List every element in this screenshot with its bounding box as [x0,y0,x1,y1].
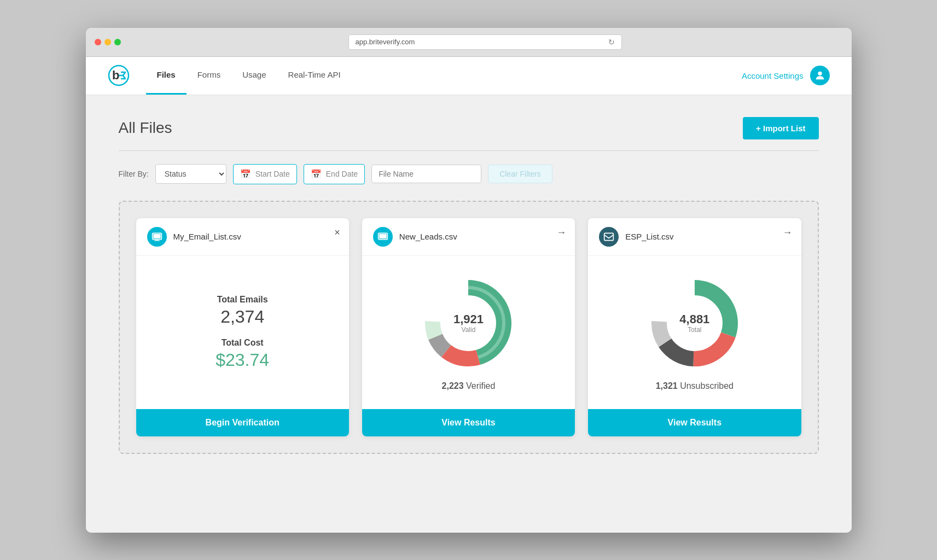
nav-realtime-api[interactable]: Real-Time API [277,56,352,95]
nav-usage[interactable]: Usage [231,56,277,95]
dot-close[interactable] [95,39,101,45]
dot-maximize[interactable] [114,39,121,45]
card-arrow-icon-2[interactable]: → [556,227,566,238]
file-name-filter[interactable] [371,165,481,183]
svg-text:b: b [112,68,119,82]
verified-label-3: 1,321 Unsubscribed [656,381,734,391]
donut-label-3: Total [679,326,709,334]
start-date-label: Start Date [255,170,290,178]
card-esp-list: ESP_List.csv → [588,218,801,436]
svg-rect-4 [153,234,160,238]
total-emails-value: 2,374 [220,307,264,327]
verified-count-2: 2,223 [442,381,464,390]
donut-center-3: 4,881 Total [679,312,709,333]
card-arrow-icon-3[interactable]: → [783,227,793,238]
card-my-email-list: My_Email_List.csv × Total Emails 2,374 T… [136,218,349,436]
nav-right: Account Settings [742,66,830,85]
total-emails-label: Total Emails [217,295,268,305]
card-icon-1 [147,227,167,247]
card-header-2: New_Leads.csv → [362,218,575,256]
start-date-filter[interactable]: 📅 Start Date [233,164,297,184]
verified-label-2: 2,223 Verified [442,381,496,391]
main-content: All Files + Import List Filter By: Statu… [86,95,852,533]
donut-label-2: Valid [453,326,484,334]
view-results-button-2[interactable]: View Results [362,409,575,436]
filter-label: Filter By: [119,170,149,178]
total-cost-value: $23.74 [216,350,269,370]
logo-svg: b [108,65,130,86]
calendar-icon-end: 📅 [311,169,322,179]
browser-window: app.briteverify.com ↻ b Files Forms Usag… [86,28,852,533]
card-icon-3 [599,227,619,247]
browser-chrome: app.briteverify.com ↻ [86,28,852,57]
card-filename-3: ESP_List.csv [625,232,673,241]
page-header: All Files + Import List [119,117,819,139]
card-body-2: 1,921 Valid 2,223 Verified [362,256,575,409]
verified-text-2: Verified [466,381,495,390]
page-title: All Files [119,119,172,137]
svg-rect-8 [379,234,386,238]
end-date-filter[interactable]: 📅 End Date [304,164,365,184]
donut-number-3: 4,881 [679,312,709,325]
navigation-bar: b Files Forms Usage Real-Time API Accoun… [86,57,852,95]
verified-count-3: 1,321 [656,381,678,390]
dot-minimize[interactable] [104,39,111,45]
donut-chart-3: 4,881 Total [645,274,744,372]
donut-number-2: 1,921 [453,312,484,325]
card-header-3: ESP_List.csv → [588,218,801,256]
cards-grid: My_Email_List.csv × Total Emails 2,374 T… [136,218,801,436]
card-icon-2 [373,227,393,247]
card-header-1: My_Email_List.csv × [136,218,349,256]
clear-filters-button[interactable]: Clear Filters [488,165,552,183]
calendar-icon-start: 📅 [240,169,251,179]
unsubscribed-label: Unsubscribed [680,381,734,390]
refresh-icon[interactable]: ↻ [608,38,615,46]
cards-container: My_Email_List.csv × Total Emails 2,374 T… [119,201,819,454]
card-close-icon-1[interactable]: × [334,227,340,238]
browser-dots [95,39,121,45]
svg-point-2 [818,72,822,75]
svg-rect-5 [155,240,159,241]
end-date-label: End Date [326,170,358,178]
account-settings-link[interactable]: Account Settings [742,71,804,80]
url-text: app.briteverify.com [356,38,415,46]
logo[interactable]: b [108,65,130,86]
total-cost-label: Total Cost [222,338,264,348]
card-new-leads: New_Leads.csv → [362,218,575,436]
avatar[interactable] [810,66,830,85]
svg-rect-6 [154,240,160,241]
view-results-button-3[interactable]: View Results [588,409,801,436]
card-body-1: Total Emails 2,374 Total Cost $23.74 [136,256,349,409]
header-divider [119,150,819,151]
nav-files[interactable]: Files [146,56,187,95]
donut-center-2: 1,921 Valid [453,312,484,333]
begin-verification-button[interactable]: Begin Verification [136,409,349,436]
card-filename-2: New_Leads.csv [399,232,457,241]
import-list-button[interactable]: + Import List [743,117,818,139]
card-filename-1: My_Email_List.csv [173,232,241,241]
address-bar[interactable]: app.briteverify.com ↻ [348,34,622,50]
donut-chart-2: 1,921 Valid [419,274,517,372]
filter-bar: Filter By: Status 📅 Start Date 📅 End Dat… [119,164,819,184]
svg-rect-15 [604,233,614,240]
nav-links: Files Forms Usage Real-Time API [146,56,742,95]
status-filter-select[interactable]: Status [155,164,226,184]
card-body-3: 4,881 Total 1,321 Unsubscribed [588,256,801,409]
nav-forms[interactable]: Forms [187,56,232,95]
